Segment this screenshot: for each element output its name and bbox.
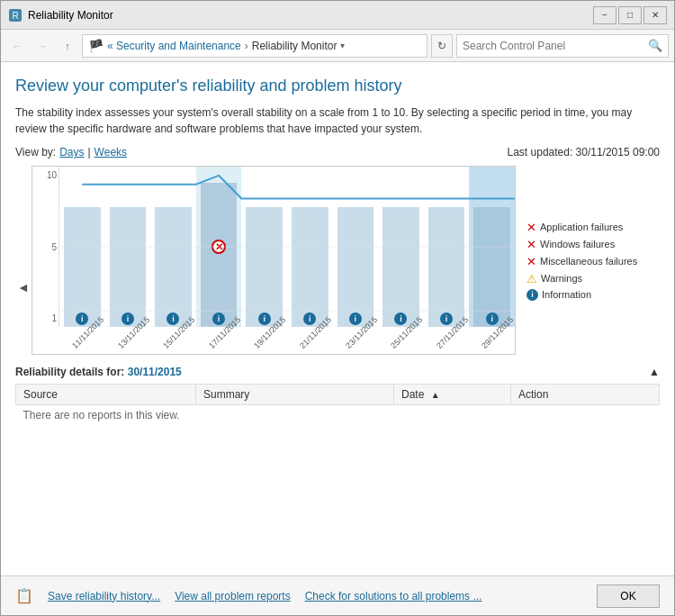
footer: 📋 Save reliability history... View all p…	[1, 575, 674, 615]
breadcrumb-separator: ›	[245, 40, 248, 52]
y-max: 10	[34, 170, 57, 180]
misc-failures-icon: ✕	[526, 255, 536, 268]
window-title: Reliability Monitor	[28, 9, 593, 22]
save-icon: 📋	[15, 587, 33, 604]
breadcrumb-dropdown-icon[interactable]: ▾	[340, 41, 345, 50]
search-input[interactable]	[463, 40, 648, 52]
window-icon: R	[8, 8, 22, 23]
win-failures-icon: ✕	[526, 238, 536, 251]
maximize-button[interactable]: □	[618, 6, 642, 24]
breadcrumb-current: Reliability Monitor	[252, 40, 338, 52]
view-by-label: View by:	[15, 146, 56, 159]
chart-area[interactable]: 10 5 1 i i	[32, 166, 516, 355]
y-min: 1	[34, 313, 57, 323]
empty-message-row: There are no reports in this view.	[16, 405, 660, 426]
information-icon: i	[526, 289, 538, 301]
minimize-button[interactable]: −	[593, 6, 616, 24]
y-axis: 10 5 1	[32, 167, 59, 327]
svg-text:R: R	[12, 11, 18, 21]
search-box: 🔍	[456, 34, 669, 58]
view-separator: |	[87, 146, 90, 159]
legend-misc-failures-label: Miscellaneous failures	[540, 256, 637, 267]
chart-legend: ✕ Application failures ✕ Windows failure…	[516, 166, 660, 355]
sort-arrow: ▲	[431, 390, 440, 400]
page-title: Review your computer's reliability and p…	[15, 77, 660, 95]
x-axis-labels: 11/11/2015 13/11/2015 15/11/2015 17/11/2…	[59, 327, 515, 354]
details-collapse-icon[interactable]: ▲	[649, 366, 660, 378]
main-window: R Reliability Monitor − □ ✕ ← → ↑ 🏴 « Se…	[0, 0, 675, 616]
view-by-bar: View by: Days | Weeks Last updated: 30/1…	[15, 146, 660, 159]
details-table: Source Summary Date ▲ Action	[15, 384, 660, 425]
y-mid: 5	[34, 242, 57, 252]
chart-left-arrow[interactable]: ◄	[15, 166, 32, 355]
check-solutions-link[interactable]: Check for solutions to all problems ...	[305, 590, 482, 602]
details-header: Reliability details for: 30/11/2015 ▲	[15, 366, 660, 378]
content-area: Review your computer's reliability and p…	[1, 62, 674, 575]
forward-button[interactable]: →	[32, 35, 53, 57]
title-bar: R Reliability Monitor − □ ✕	[1, 1, 674, 30]
legend-win-failures: ✕ Windows failures	[526, 238, 649, 251]
breadcrumb-security-link[interactable]: « Security and Maintenance	[107, 40, 241, 52]
ok-button[interactable]: OK	[597, 584, 660, 608]
svg-line-6	[219, 176, 241, 199]
view-reports-link[interactable]: View all problem reports	[175, 590, 291, 602]
details-header-date: 30/11/2015	[128, 366, 182, 378]
save-history-link[interactable]: Save reliability history...	[48, 590, 160, 602]
last-updated-text: Last updated: 30/11/2015 09:00	[508, 146, 660, 159]
col-date[interactable]: Date ▲	[394, 385, 511, 405]
description-text: The stability index assesses your system…	[15, 104, 660, 137]
close-button[interactable]: ✕	[644, 6, 667, 24]
warnings-icon: ⚠	[526, 272, 537, 285]
col-source[interactable]: Source	[16, 385, 196, 405]
legend-warnings: ⚠ Warnings	[526, 272, 649, 285]
legend-app-failures-label: Application failures	[540, 222, 623, 232]
details-header-pre: Reliability details for:	[15, 366, 124, 378]
empty-message: There are no reports in this view.	[16, 405, 660, 426]
up-button[interactable]: ↑	[57, 35, 78, 57]
stability-line-chart	[59, 167, 515, 327]
address-bar: ← → ↑ 🏴 « Security and Maintenance › Rel…	[1, 30, 674, 62]
refresh-button[interactable]: ↻	[431, 34, 453, 58]
legend-warnings-label: Warnings	[541, 273, 582, 284]
view-days-link[interactable]: Days	[59, 146, 84, 159]
legend-information-label: Information	[542, 289, 591, 300]
back-button[interactable]: ←	[6, 35, 28, 57]
search-icon[interactable]: 🔍	[648, 39, 662, 52]
breadcrumb: 🏴 « Security and Maintenance › Reliabili…	[82, 34, 428, 58]
view-weeks-link[interactable]: Weeks	[94, 146, 127, 159]
col-action[interactable]: Action	[511, 385, 660, 405]
legend-app-failures: ✕ Application failures	[526, 221, 649, 234]
breadcrumb-flag-icon: 🏴	[88, 39, 104, 53]
title-bar-buttons: − □ ✕	[593, 6, 667, 24]
legend-win-failures-label: Windows failures	[540, 239, 615, 249]
app-failures-icon: ✕	[526, 221, 536, 234]
chart-container: ◄ 10 5 1 i	[15, 166, 660, 355]
legend-misc-failures: ✕ Miscellaneous failures	[526, 255, 649, 268]
legend-information: i Information	[526, 289, 649, 301]
col-summary[interactable]: Summary	[196, 385, 394, 405]
details-section: Reliability details for: 30/11/2015 ▲ So…	[15, 366, 660, 575]
